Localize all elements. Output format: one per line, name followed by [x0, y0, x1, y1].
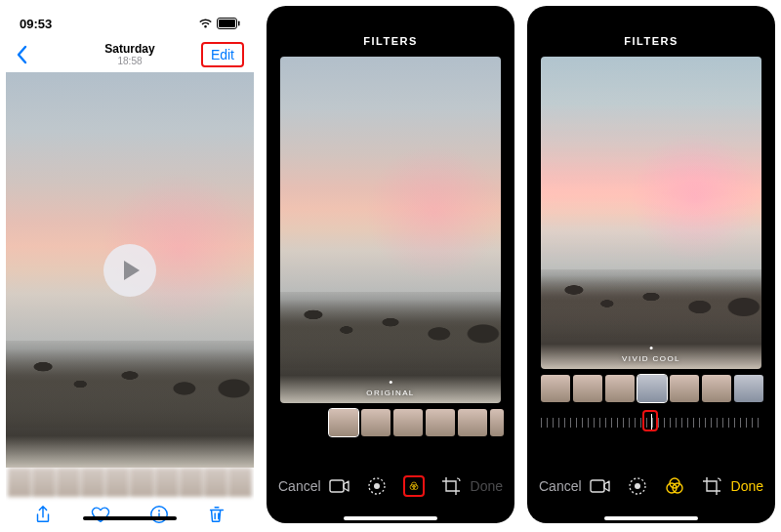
editor-toolbar: Cancel Done [527, 465, 775, 508]
filter-thumb-vivid-cool[interactable] [637, 375, 667, 402]
filter-thumb[interactable] [734, 375, 763, 402]
scrubber-thumbnails[interactable] [6, 468, 254, 497]
filter-thumb[interactable] [670, 375, 699, 402]
share-button[interactable] [32, 504, 54, 523]
editor-preview [541, 57, 761, 369]
filter-thumb[interactable] [426, 409, 455, 436]
back-button[interactable] [16, 45, 35, 64]
svg-point-8 [374, 483, 380, 489]
done-button[interactable]: Done [471, 478, 503, 494]
svg-rect-1 [219, 20, 235, 27]
adjust-icon[interactable] [627, 475, 648, 497]
filter-thumb-original[interactable] [329, 409, 358, 436]
home-indicator[interactable] [344, 516, 437, 520]
svg-point-14 [635, 483, 640, 489]
editor-mode-icons [590, 475, 722, 497]
status-bar: 09:53 [6, 6, 254, 37]
filter-thumb[interactable] [490, 409, 504, 436]
phone-screen-editor-original: FILTERS ORIGINAL Cancel Done [267, 6, 514, 523]
slider-thumb[interactable] [642, 410, 658, 431]
cancel-button[interactable]: Cancel [278, 478, 321, 494]
nav-bar: Saturday 18:58 Edit [6, 37, 254, 72]
editor-tab-label: FILTERS [267, 6, 514, 57]
editor-preview [280, 57, 501, 403]
status-time: 09:53 [20, 17, 52, 31]
filter-thumb[interactable] [541, 375, 570, 402]
home-indicator[interactable] [83, 516, 177, 520]
info-button[interactable] [148, 504, 170, 523]
filter-thumb[interactable] [361, 409, 390, 436]
filters-icon[interactable] [403, 475, 425, 497]
svg-point-5 [158, 510, 160, 512]
editor-mode-icons [329, 475, 462, 497]
crop-icon[interactable] [701, 475, 722, 497]
filter-thumb[interactable] [702, 375, 731, 402]
filter-thumbnails[interactable] [527, 369, 775, 404]
video-icon[interactable] [590, 475, 611, 497]
editor-canvas[interactable]: ORIGINAL [280, 57, 501, 403]
editor-canvas[interactable]: VIVID COOL [541, 57, 761, 369]
home-indicator[interactable] [604, 516, 698, 520]
cancel-button[interactable]: Cancel [539, 478, 582, 494]
svg-rect-6 [330, 480, 344, 492]
current-filter-label: ORIGINAL [366, 389, 414, 397]
done-button[interactable]: Done [731, 478, 763, 494]
svg-rect-2 [238, 21, 240, 26]
current-filter-label: VIVID COOL [622, 354, 680, 363]
edit-button[interactable]: Edit [201, 42, 244, 67]
nav-title-time: 18:58 [104, 56, 154, 67]
wifi-icon [198, 18, 213, 29]
editor-tab-label: FILTERS [527, 6, 775, 57]
adjust-icon[interactable] [366, 475, 388, 497]
filter-thumb[interactable] [393, 409, 423, 436]
nav-title-day: Saturday [104, 42, 154, 56]
battery-icon [217, 18, 240, 29]
play-button[interactable] [103, 244, 156, 297]
filter-thumbnails[interactable] [267, 403, 514, 438]
intensity-slider[interactable] [541, 408, 761, 435]
video-icon[interactable] [329, 475, 350, 497]
phone-screen-editor-vividcool: FILTERS VIVID COOL Cancel [527, 6, 775, 523]
delete-button[interactable] [206, 504, 227, 523]
phone-screen-photos: 09:53 Saturday 18:58 Edit CINEMATIC [6, 6, 254, 523]
filters-icon[interactable] [664, 475, 685, 497]
filter-thumb[interactable] [605, 375, 635, 402]
editor-toolbar: Cancel Done [267, 465, 514, 508]
favorite-button[interactable] [90, 504, 111, 523]
play-icon [124, 261, 140, 280]
svg-rect-12 [591, 480, 604, 492]
crop-icon[interactable] [440, 475, 462, 497]
photo-preview[interactable] [6, 72, 254, 468]
nav-title: Saturday 18:58 [104, 42, 154, 67]
status-icons [198, 18, 240, 29]
filter-thumb[interactable] [458, 409, 487, 436]
filter-thumb[interactable] [573, 375, 602, 402]
